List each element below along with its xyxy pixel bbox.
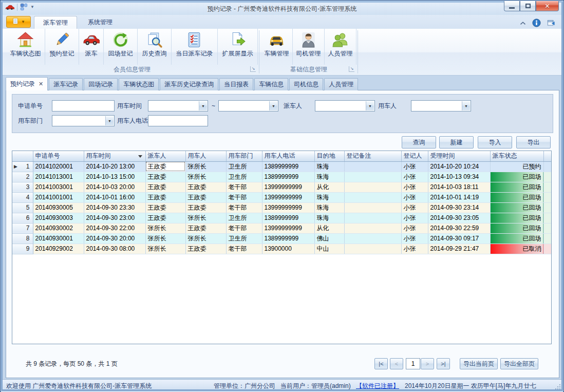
row-header-cell[interactable]: 8	[12, 233, 33, 244]
grid-cell[interactable]: 2014-09-30 22:59	[428, 223, 490, 233]
grid-cell[interactable]: 卫生所	[226, 233, 262, 244]
grid-cell[interactable]: 张所长	[185, 172, 226, 182]
status-cell[interactable]: 已回场	[490, 192, 543, 202]
dispatcher-combo[interactable]: ▼	[315, 100, 375, 111]
grid-cell[interactable]: 从化	[314, 182, 344, 192]
grid-cell[interactable]: 王政委	[145, 172, 185, 182]
grid-cell[interactable]: 20140930003	[33, 213, 84, 223]
grid-cell[interactable]: 老干部	[226, 202, 262, 213]
grid-cell[interactable]: 珠海	[314, 202, 344, 213]
grid-cell[interactable]: 张所长	[145, 233, 185, 244]
row-header-cell[interactable]: 4	[12, 192, 33, 202]
grid-cell[interactable]: 2014-10-01 16:00	[84, 192, 145, 202]
dialog-launcher-icon[interactable]: ↘	[250, 66, 256, 72]
grid-cell[interactable]: 小张	[401, 172, 428, 182]
ribbon-button-search-docs[interactable]: 历史查询	[138, 29, 172, 65]
ribbon-button-pencil[interactable]: 预约登记	[45, 29, 79, 65]
query-button[interactable]: 查询	[402, 136, 436, 148]
page-number-input[interactable]: 1	[406, 358, 420, 369]
grid-cell[interactable]: 张所长	[145, 223, 185, 233]
grid-cell[interactable]: 20140930002	[33, 223, 84, 233]
grid-cell[interactable]: 2014-10-20 10:24	[428, 161, 490, 172]
ribbon-button-recycle[interactable]: 回场登记	[104, 29, 138, 65]
doc-tab-1[interactable]: 派车记录	[49, 78, 83, 90]
grid-cell[interactable]: 王政委	[185, 202, 226, 213]
grid-cell[interactable]: 1389999999	[262, 233, 314, 244]
grid-cell[interactable]: 2014-09-30 23:30	[84, 202, 145, 213]
grid-cell[interactable]: 小张	[401, 233, 428, 244]
collapse-ribbon-icon[interactable]	[519, 20, 527, 27]
grid-cell[interactable]: 2014-09-30 23:14	[428, 202, 490, 213]
export-current-page-button[interactable]: 导出当前页	[460, 358, 498, 369]
grid-cell[interactable]: 老干部	[226, 223, 262, 233]
grid-cell[interactable]: 20141001001	[33, 192, 84, 202]
use-time-to-combo[interactable]: ▼	[218, 100, 278, 111]
row-header-cell[interactable]: 3	[12, 182, 33, 192]
ribbon-button-car-red[interactable]: 派车	[79, 29, 104, 65]
grid-cell[interactable]	[344, 213, 401, 223]
grid-column-header[interactable]: 用车人电话	[262, 151, 314, 161]
grid-cell[interactable]: 20140929002	[33, 244, 84, 254]
grid-cell[interactable]: 珠海	[314, 192, 344, 202]
phone-input[interactable]	[148, 115, 208, 126]
grid-cell[interactable]: 珠海	[314, 172, 344, 182]
grid-column-header[interactable]: 用车时间	[84, 151, 145, 161]
grid-cell[interactable]	[344, 192, 401, 202]
grid-cell[interactable]: 20140930001	[33, 233, 84, 244]
grid-cell[interactable]: 佛山	[314, 233, 344, 244]
grid-cell[interactable]: 王政委	[185, 223, 226, 233]
grid-column-header[interactable]: 用车人	[185, 151, 226, 161]
table-row[interactable]: 9201409290022014-09-30 08:00张所长王政委老干部139…	[12, 244, 552, 254]
doc-tab-5[interactable]: 当日报表	[219, 78, 253, 90]
grid-cell[interactable]: 1389999999	[262, 161, 314, 172]
row-header-cell[interactable]: 9	[12, 244, 33, 254]
grid-column-header[interactable]: 派车状态	[490, 151, 543, 161]
grid-cell[interactable]: 2014-09-30 09:17	[428, 233, 490, 244]
grid-cell[interactable]: 2014-09-30 22:00	[84, 223, 145, 233]
grid-cell[interactable]: 老干部	[226, 182, 262, 192]
prev-page-button[interactable]: <	[390, 358, 403, 369]
grid-cell[interactable]: 张所长	[145, 244, 185, 254]
import-button[interactable]: 导入	[478, 136, 512, 148]
grid-cell[interactable]: 小张	[401, 182, 428, 192]
grid-cell[interactable]: 王政委	[145, 161, 185, 172]
grid-cell[interactable]	[344, 161, 401, 172]
grid-cell[interactable]: 张所长	[185, 213, 226, 223]
grid-cell[interactable]: 小张	[401, 192, 428, 202]
grid-cell[interactable]: 2014-10-13 09:34	[428, 172, 490, 182]
grid-cell[interactable]: 王政委	[145, 202, 185, 213]
doc-tab-2[interactable]: 回场记录	[84, 78, 118, 90]
dialog-launcher-icon[interactable]: ↘	[349, 66, 354, 72]
grid-cell[interactable]: 张所长	[185, 161, 226, 172]
use-time-from-combo[interactable]: ▼	[148, 100, 208, 111]
close-button[interactable]: ✕	[536, 1, 559, 11]
next-page-button[interactable]: >	[421, 358, 434, 369]
grid-cell[interactable]: 2014-09-30 23:05	[428, 213, 490, 223]
export-button[interactable]: 导出	[516, 136, 551, 148]
grid-cell[interactable]: 1389999999	[262, 213, 314, 223]
maximize-button[interactable]	[520, 1, 536, 11]
doc-tab-8[interactable]: 人员管理	[324, 78, 358, 90]
grid-cell[interactable]	[344, 223, 401, 233]
grid-cell[interactable]: 13999999999	[262, 192, 314, 202]
grid-cell[interactable]: 2014-09-30 20:00	[84, 233, 145, 244]
grid-cell[interactable]: 小张	[401, 223, 428, 233]
grid-cell[interactable]	[344, 244, 401, 254]
grid-cell[interactable]	[344, 202, 401, 213]
grid-column-header[interactable]: 用车部门	[226, 151, 262, 161]
ribbon-button-checklist[interactable]: 当日派车记录	[172, 29, 218, 65]
grid-cell[interactable]: 王政委	[145, 182, 185, 192]
table-row[interactable]: 4201410010012014-10-01 16:00王政委王政委老干部139…	[12, 192, 552, 202]
table-row[interactable]: 6201409300032014-09-30 23:00王政委张所长卫生所138…	[12, 213, 552, 223]
application-menu-button[interactable]: ▼	[6, 16, 31, 28]
grid-cell[interactable]: 2014-09-29 21:47	[428, 244, 490, 254]
ribbon-button-car-yellow[interactable]: 车辆管理	[261, 29, 293, 65]
grid-column-header[interactable]: 登记备注	[344, 151, 401, 161]
doc-tab-4[interactable]: 派车历史记录查询	[160, 78, 218, 90]
table-row[interactable]: 5201409300052014-09-30 23:30王政委王政委老干部139…	[12, 202, 552, 213]
grid-cell[interactable]: 小张	[401, 244, 428, 254]
grid-column-header[interactable]: 受理时间	[428, 151, 490, 161]
ribbon-button-people[interactable]: 人员管理	[325, 29, 356, 65]
doc-tab-6[interactable]: 车辆信息	[254, 78, 288, 90]
grid-cell[interactable]: 20141003001	[33, 182, 84, 192]
